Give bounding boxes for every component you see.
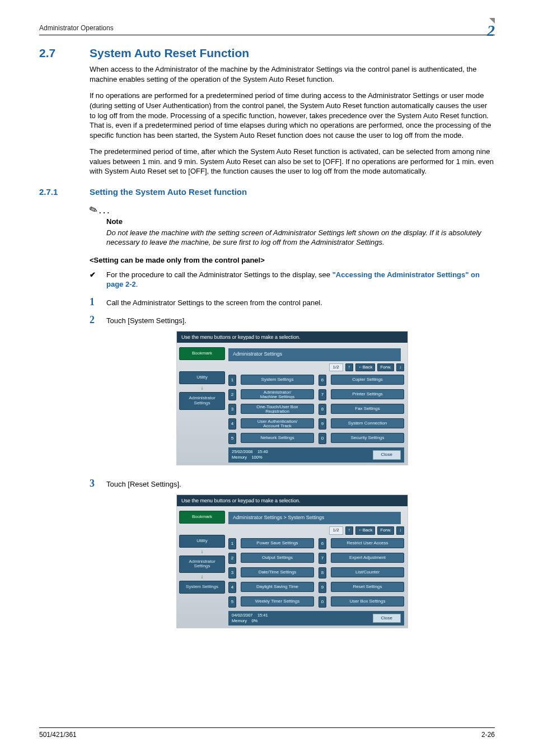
menu-item[interactable]: Expert Adjustment — [331, 553, 404, 563]
next-page-button[interactable]: ↓ — [396, 363, 404, 372]
note-label: Note — [106, 217, 495, 227]
footer-memory-label: Memory — [232, 618, 247, 623]
menu-key[interactable]: 7 — [318, 553, 326, 564]
paragraph: The predetermined period of time, after … — [90, 147, 495, 176]
menu-item[interactable]: Daylight Saving Time — [241, 582, 314, 592]
procedure-intro-text: For the procedure to call the Administra… — [106, 270, 332, 279]
footer-time: 15:41 — [257, 613, 268, 618]
back-button[interactable]: ←Back — [355, 363, 376, 372]
next-page-button[interactable]: ↓ — [396, 526, 404, 535]
step-text: Touch [Reset Settings]. — [106, 479, 181, 489]
subheading: <Setting can be made only from the contr… — [90, 255, 495, 265]
menu-item[interactable]: Network Settings — [241, 433, 314, 443]
menu-item[interactable]: Administrator/ Machine Settings — [241, 389, 314, 399]
menu-item[interactable]: Fax Settings — [331, 404, 404, 414]
forward-button[interactable]: Forw. — [377, 363, 394, 372]
bookmark-button[interactable]: Bookmark — [179, 511, 225, 524]
menu-key[interactable]: 8 — [318, 404, 326, 415]
step-text: Touch [System Settings]. — [106, 316, 186, 326]
menu-key[interactable]: 3 — [228, 404, 236, 415]
footer-date: 04/02/2007 — [232, 613, 253, 618]
step-number: 1 — [90, 295, 97, 309]
pencil-icon: ✎ — [87, 202, 100, 218]
arrow-down-icon: ↓ — [179, 386, 225, 390]
menu-item[interactable]: Security Settings — [331, 433, 404, 443]
prev-page-button[interactable]: ↑ — [345, 363, 353, 372]
menu-item[interactable]: Printer Settings — [331, 389, 404, 399]
menu-item[interactable]: User Authentication/ Account Track — [241, 418, 314, 428]
procedure-intro-tail: . — [136, 280, 138, 288]
menu-grid: 1 System Settings 6 Copier Settings 2 Ad… — [228, 375, 404, 444]
menu-key[interactable]: 7 — [318, 389, 326, 400]
admin-settings-button[interactable]: Administrator Settings — [179, 556, 225, 573]
screen-instruction: Use the menu buttons or keypad to make a… — [177, 495, 407, 506]
page-indicator: 1/2 — [329, 526, 343, 535]
forward-button[interactable]: Forw. — [377, 526, 394, 535]
arrow-down-icon: ↓ — [179, 575, 225, 578]
footer-memory: 0% — [251, 618, 257, 623]
menu-item[interactable]: Restrict User Access — [331, 538, 404, 548]
screen-footer: 04/02/2007 15:41 Memory 0% Close — [228, 611, 404, 626]
menu-key[interactable]: 0 — [318, 433, 326, 444]
menu-grid: 1 Power Save Settings 6 Restrict User Ac… — [228, 538, 404, 608]
menu-item[interactable]: Weekly Timer Settings — [241, 596, 314, 606]
section-heading: 2.7 System Auto Reset Function — [39, 45, 495, 61]
menu-item[interactable]: Reset Settings — [331, 582, 404, 592]
menu-key[interactable]: 2 — [228, 553, 236, 564]
menu-key[interactable]: 8 — [318, 567, 326, 578]
menu-item[interactable]: Copier Settings — [331, 375, 404, 385]
system-settings-button[interactable]: System Settings — [179, 581, 225, 594]
arrow-down-icon: ↓ — [179, 550, 225, 553]
close-button[interactable]: Close — [373, 450, 401, 460]
utility-button[interactable]: Utility — [179, 371, 225, 384]
step-number: 3 — [90, 477, 97, 490]
step: 1 Call the Administrator Settings to the… — [90, 295, 495, 309]
menu-key[interactable]: 6 — [318, 538, 326, 549]
section-title: System Auto Reset Function — [90, 45, 249, 61]
menu-item[interactable]: System Connection — [331, 418, 404, 428]
bookmark-button[interactable]: Bookmark — [179, 347, 225, 360]
step-number: 2 — [90, 313, 97, 326]
prev-page-button[interactable]: ↑ — [345, 526, 353, 535]
subsection-number: 2.7.1 — [39, 186, 69, 198]
step-text: Call the Administrator Settings to the s… — [106, 298, 322, 308]
close-button[interactable]: Close — [373, 614, 401, 623]
running-title: Administrator Operations — [39, 24, 114, 32]
page-indicator: 1/2 — [329, 363, 343, 372]
admin-settings-button[interactable]: Administrator Settings — [179, 392, 225, 410]
note-dots: . . . — [99, 207, 109, 215]
step: 2 Touch [System Settings]. — [90, 313, 495, 326]
menu-item[interactable]: Output Settings — [241, 553, 314, 563]
menu-item[interactable]: One-Touch/User Box Registration — [241, 404, 314, 414]
menu-item[interactable]: User Box Settings — [331, 596, 404, 606]
page-number: 2-26 — [481, 730, 495, 739]
note-block: ✎. . . Note Do not leave the machine wit… — [90, 203, 495, 248]
menu-key[interactable]: 0 — [318, 596, 326, 608]
menu-key[interactable]: 3 — [228, 567, 236, 578]
menu-key[interactable]: 1 — [228, 538, 236, 549]
menu-key[interactable]: 6 — [318, 375, 326, 386]
menu-key[interactable]: 4 — [228, 582, 236, 593]
menu-key[interactable]: 5 — [228, 596, 236, 608]
menu-key[interactable]: 5 — [228, 433, 236, 444]
section-number: 2.7 — [39, 45, 69, 61]
chapter-number: 2 — [487, 20, 495, 41]
paragraph: When access to the Administrator of the … — [90, 64, 495, 84]
menu-item[interactable]: List/Counter — [331, 567, 404, 577]
procedure-intro: ✔ For the procedure to call the Administ… — [90, 270, 495, 290]
breadcrumb: Administrator Settings > System Settings — [228, 512, 401, 524]
menu-key[interactable]: 1 — [228, 375, 236, 386]
menu-item[interactable]: System Settings — [241, 375, 314, 385]
screen-footer: 25/02/2008 15:40 Memory 100% Close — [228, 447, 404, 462]
device-screenshot-2: Use the menu buttons or keypad to make a… — [176, 494, 408, 628]
device-screenshot-1: Use the menu buttons or keypad to make a… — [176, 331, 408, 465]
menu-key[interactable]: 9 — [318, 582, 326, 593]
subsection-title: Setting the System Auto Reset function — [90, 186, 247, 198]
back-button[interactable]: ←Back — [355, 526, 376, 535]
menu-key[interactable]: 2 — [228, 389, 236, 400]
menu-key[interactable]: 4 — [228, 418, 236, 430]
menu-item[interactable]: Power Save Settings — [241, 538, 314, 548]
menu-item[interactable]: Date/Time Settings — [241, 567, 314, 577]
utility-button[interactable]: Utility — [179, 535, 225, 548]
menu-key[interactable]: 9 — [318, 418, 326, 430]
